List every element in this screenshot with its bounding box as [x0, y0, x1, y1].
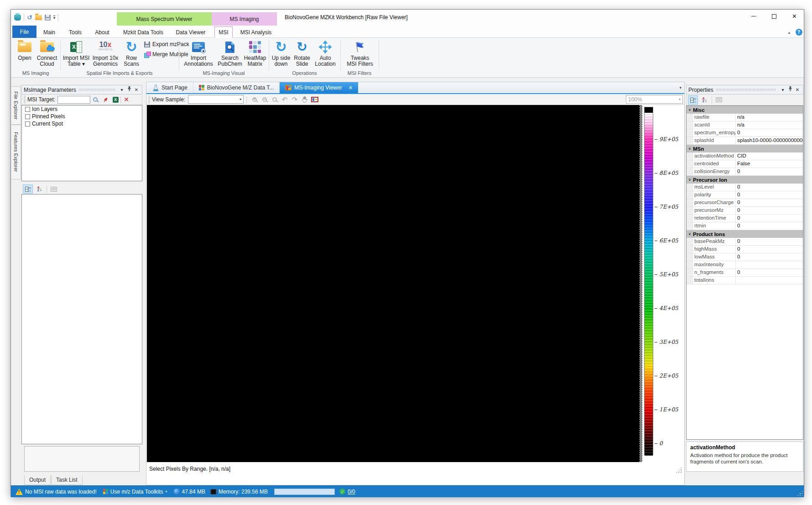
zoom-out-icon[interactable]: − [260, 95, 270, 104]
property-value[interactable]: 0 [736, 168, 803, 175]
property-row[interactable]: totalIons [687, 277, 803, 284]
panel-menu-icon[interactable]: ▾ [779, 86, 786, 94]
property-value[interactable]: False [736, 160, 803, 168]
tab-main[interactable]: Main [36, 26, 62, 38]
property-row[interactable]: highMass0 [687, 246, 803, 253]
close-tab-icon[interactable]: ✕ [349, 85, 353, 91]
status-toolkit-button[interactable]: Use m/z Data Toolkits ▾ [103, 489, 167, 495]
tab-msi[interactable]: MSI [214, 26, 233, 38]
property-value[interactable]: 0 [736, 253, 803, 261]
view-sample-combo[interactable]: ▾ [188, 95, 244, 104]
property-row[interactable]: lowMass0 [687, 253, 803, 261]
property-row[interactable]: centroidedFalse [687, 160, 803, 168]
property-category[interactable]: ∨Precursor Ion [687, 176, 803, 184]
ribbon-button-import-annotations[interactable]: Import Annotations [181, 39, 216, 67]
tree-item[interactable]: Current Spot [22, 120, 142, 127]
property-row[interactable]: n_fragments0 [687, 269, 803, 277]
tab-mzkit-data-tools[interactable]: Mzkit Data Tools [121, 26, 165, 38]
property-row[interactable]: maxIntensity [687, 261, 803, 269]
property-row[interactable]: splashIdsplash10-0000-00000000000000 [687, 137, 803, 145]
property-value[interactable]: 0 [736, 222, 803, 230]
panel-close-icon[interactable]: ✕ [133, 86, 140, 94]
ribbon-button-row-scans[interactable]: ↻ Row Scans [120, 39, 142, 67]
ribbon-button-import-msi-table[interactable]: X Import MSI Table ▾ [62, 39, 90, 67]
minimize-button[interactable] [743, 10, 764, 23]
property-value[interactable]: n/a [736, 121, 803, 129]
ribbon-button-search-pubchem[interactable]: Search PubChem [217, 39, 243, 67]
panel-menu-icon[interactable]: ▾ [118, 86, 125, 94]
msi-image-canvas[interactable] [147, 105, 640, 462]
property-pages-button[interactable] [49, 184, 59, 194]
property-value[interactable]: 0 [736, 129, 803, 137]
tab-file[interactable]: File [12, 26, 36, 38]
property-row[interactable]: polarity0 [687, 191, 803, 199]
ribbon-button-import-10x-genomics[interactable]: 10xGENOMICS Import 10x Genomics [91, 39, 120, 67]
property-value[interactable]: 0 [736, 199, 803, 206]
statusbar-resize-grip[interactable] [797, 490, 802, 496]
property-category[interactable]: ∨Misc [687, 106, 803, 114]
property-row[interactable]: scanIdn/a [687, 121, 803, 129]
doc-tab-mz-data[interactable]: BioNovoGene M/Z Data T... [193, 82, 280, 93]
rotate-left-icon[interactable]: ↶ [280, 95, 290, 104]
ribbon-button-upside-down[interactable]: ↻ Up side down [270, 39, 292, 67]
tree-item[interactable]: Pinned Pixels [22, 113, 142, 120]
status-task-counter[interactable]: ✓ 0/0 [339, 489, 355, 495]
sidebar-tab-features-explorer[interactable]: Features Explorer [11, 125, 21, 179]
panel-close-icon[interactable]: ✕ [794, 86, 801, 94]
ribbon-button-open[interactable]: Open [15, 39, 35, 61]
tab-msi-analysis[interactable]: MSI Analysis [235, 26, 276, 38]
close-button[interactable]: ✕ [784, 10, 805, 23]
pan-hand-icon[interactable] [300, 95, 310, 104]
clear-icon[interactable]: ✕ [121, 96, 132, 103]
property-value[interactable]: 0 [736, 184, 803, 191]
property-row[interactable]: retentionTime0 [687, 215, 803, 222]
property-value[interactable]: 0 [736, 238, 803, 245]
property-value[interactable]: n/a [736, 114, 803, 121]
alphabetical-sort-button[interactable]: AZ↓ [35, 184, 45, 194]
property-value[interactable]: 0 [736, 207, 803, 214]
doc-tab-start-page[interactable]: Start Page [147, 82, 193, 93]
search-icon[interactable] [90, 97, 100, 102]
pin-target-icon[interactable] [100, 97, 110, 102]
zoom-reset-icon[interactable] [270, 95, 280, 104]
resize-grip[interactable] [676, 467, 682, 473]
panel-pin-icon[interactable] [786, 86, 794, 94]
maximize-button[interactable] [764, 10, 784, 23]
context-header-ms-imaging[interactable]: MS Imaging [212, 12, 277, 26]
collapse-chevron-icon[interactable]: ∨ [687, 178, 693, 182]
property-category[interactable]: ∨MSn [687, 145, 803, 153]
property-row[interactable]: precursorMz0 [687, 207, 803, 215]
collapse-ribbon-icon[interactable]: ▴ [785, 26, 794, 38]
undo-icon[interactable]: ↺ [27, 14, 32, 21]
property-value[interactable] [736, 277, 803, 284]
tab-about[interactable]: About [88, 26, 116, 38]
zoom-in-icon[interactable]: + [250, 95, 260, 104]
checkbox[interactable] [25, 114, 30, 119]
property-value[interactable]: 0 [736, 215, 803, 222]
qat-dropdown-icon[interactable]: ▾ [53, 16, 56, 20]
panel-pin-icon[interactable] [125, 86, 133, 94]
collapse-chevron-icon[interactable]: ∨ [687, 232, 693, 236]
property-pages-button[interactable] [714, 95, 724, 105]
tab-list-dropdown-icon[interactable]: ▾ [679, 85, 682, 90]
property-category[interactable]: ∨Product Ions [687, 230, 803, 238]
property-row[interactable]: precursorCharge0 [687, 199, 803, 207]
tree-item[interactable]: Ion Layers [22, 105, 142, 113]
ribbon-button-connect-cloud[interactable]: Connect Cloud [35, 39, 59, 67]
ribbon-button-heatmap-matrix[interactable]: HeatMap Matrix [243, 39, 267, 67]
property-row[interactable]: spectrum_entropy0 [687, 129, 803, 137]
save-icon[interactable] [45, 15, 51, 21]
property-row[interactable]: rtmin0 [687, 222, 803, 230]
app-icon[interactable] [14, 15, 21, 21]
property-row[interactable]: basePeakMz0 [687, 238, 803, 246]
ribbon-button-tweaks-msi-filters[interactable]: Tweaks MSI Filters [343, 39, 377, 67]
categorized-view-button[interactable] [688, 95, 698, 105]
sidebar-tab-file-explorer[interactable]: File Explorer [11, 86, 21, 125]
property-value[interactable]: 0 [736, 269, 803, 276]
property-value[interactable] [736, 261, 803, 268]
properties-header[interactable]: Properties ▾ ✕ [686, 85, 803, 95]
bottom-tab-task-list[interactable]: Task List [51, 475, 83, 485]
msimage-parameters-header[interactable]: MsImage Parameters ▾ ✕ [21, 85, 142, 95]
image-export-icon[interactable] [310, 95, 320, 104]
tab-data-viewer[interactable]: Data Viewer [170, 26, 212, 38]
